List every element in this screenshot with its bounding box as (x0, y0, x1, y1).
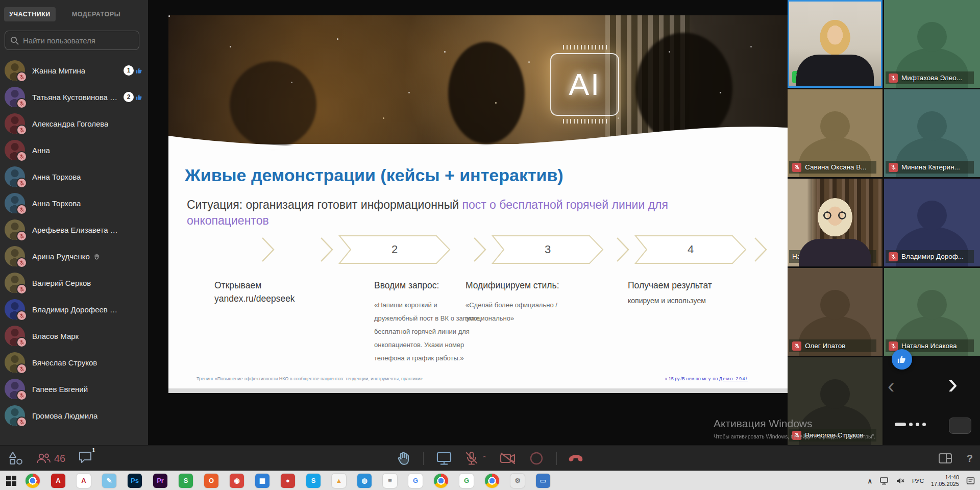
search-box[interactable] (5, 31, 139, 50)
screen-share-badge (792, 71, 807, 83)
participant-name: Владимир Дорофеев Н.Новгород (32, 305, 121, 314)
taskbar-app-icon[interactable]: ● (281, 474, 295, 488)
chat-button[interactable]: 1 (78, 450, 93, 467)
thumb-reaction-bubble[interactable] (892, 349, 912, 370)
video-tile[interactable]: Олег Ипатов (788, 268, 883, 356)
silhouette-head (820, 111, 850, 141)
layout-shapes-icon[interactable] (8, 451, 23, 465)
taskbar-app-icon[interactable]: S (179, 474, 193, 488)
participant-row[interactable]: Арефьева Елизавета Уфа (0, 216, 148, 243)
taskbar-app-icon[interactable]: A (51, 474, 65, 488)
help-button[interactable]: ? (967, 453, 973, 464)
video-tile[interactable]: Минина Катерин... (884, 89, 980, 177)
mic-options-chevron[interactable]: ⌃ (482, 455, 487, 462)
taskbar-app-icon[interactable]: G (408, 474, 423, 488)
video-tile[interactable]: Наталья Шаталова (788, 179, 883, 266)
raise-hand-button[interactable] (396, 451, 411, 466)
taskbar-app-icon[interactable]: ≡ (383, 474, 397, 488)
taskbar-app-icon[interactable]: ▦ (255, 474, 270, 488)
avatar (5, 60, 25, 81)
participant-row[interactable]: Власов Марк (0, 323, 148, 349)
footer-right-link[interactable]: Демо-294/ (719, 376, 748, 381)
page-indicator-dots[interactable] (895, 423, 926, 426)
participant-row[interactable]: Валерий Серков (0, 270, 148, 296)
slide-step-column: Получаем результат копируем и используем (628, 279, 755, 305)
participant-count[interactable]: 46 (36, 452, 65, 464)
tab-participants[interactable]: УЧАСТНИКИ (4, 7, 56, 21)
participant-row[interactable]: Владимир Дорофеев Н.Новгород (0, 296, 148, 323)
tile-name-label: Владимир Дороф... (886, 250, 974, 263)
tab-moderators[interactable]: МОДЕРАТОРЫ (67, 7, 126, 21)
taskbar-app-icon[interactable] (434, 474, 448, 488)
tile-name-label: Минина Катерин... (886, 161, 974, 174)
grid-view-icon[interactable] (938, 452, 952, 464)
video-tile[interactable]: Вячеслав Струков (788, 357, 883, 445)
participant-row[interactable]: Вячеслав Струков (0, 349, 148, 376)
screen-share-button[interactable] (436, 451, 452, 466)
participant-name: Анна Торхова (32, 199, 81, 208)
taskbar-app-icon[interactable]: ◉ (230, 474, 244, 488)
video-tile[interactable]: Наталья Семенова (788, 0, 883, 88)
thumb-count-badge: 2 (124, 92, 143, 102)
tray-network-icon[interactable] (879, 477, 889, 485)
step-band: 2 (319, 234, 452, 265)
ai-chip-graphic: AI (550, 53, 619, 116)
tile-name-label: Савина Оксана В... (789, 161, 876, 174)
video-tile[interactable]: Наталья Исакова (884, 268, 980, 356)
start-button[interactable] (6, 476, 16, 486)
participant-row[interactable]: Громова Людмила (0, 402, 148, 429)
notification-center-icon[interactable] (966, 477, 975, 485)
slide-wave-divider (168, 116, 788, 150)
silhouette-head (917, 290, 947, 320)
participant-row[interactable]: Анна Торхова (0, 163, 148, 190)
participant-row[interactable]: Татьяна Кустовинова Вор... 2 (0, 84, 148, 110)
participant-name: Громова Людмила (32, 411, 97, 420)
taskbar-app-icon[interactable]: Pr (153, 474, 167, 488)
taskbar-app-icon[interactable]: G (459, 474, 474, 488)
step-number: 4 (635, 234, 746, 265)
mic-muted-icon (889, 341, 898, 351)
taskbar-app-icon[interactable]: A (77, 474, 91, 488)
taskbar-app-icon[interactable]: ▲ (332, 474, 346, 488)
leave-call-button[interactable] (569, 451, 584, 466)
microphone-muted-button[interactable] (464, 451, 479, 466)
slide-step-column: Открываем yandex.ru/deepseek (214, 279, 334, 305)
taskbar-app-icon[interactable] (26, 474, 40, 488)
avatar (5, 113, 25, 134)
video-tile[interactable]: Мифтахова Элео... (884, 0, 980, 88)
tray-volume-muted-icon[interactable] (896, 477, 905, 485)
tile-participant-name: Савина Оксана В... (805, 163, 867, 171)
participant-row[interactable]: Анна Торхова (0, 190, 148, 216)
taskbar-app-icon[interactable]: ◍ (357, 474, 372, 488)
language-indicator[interactable]: РУС (912, 478, 924, 484)
taskbar-app-icon[interactable]: ✎ (102, 474, 116, 488)
video-tile[interactable]: Владимир Дороф... (884, 179, 980, 266)
participant-row[interactable]: Жанна Митина 1 (0, 57, 148, 84)
participant-row[interactable]: Александра Гоголева (0, 110, 148, 137)
taskbar-app-icon[interactable]: S (306, 474, 321, 488)
prev-page-arrow[interactable]: ‹ (888, 376, 894, 396)
participant-row[interactable]: Гапеев Евгений (0, 376, 148, 402)
people-icon (36, 452, 51, 464)
taskbar-app-icon[interactable]: O (204, 474, 218, 488)
avatar (5, 299, 25, 320)
tray-expand-icon[interactable]: ∧ (867, 477, 872, 485)
silhouette-head (917, 22, 947, 52)
mic-muted-icon (889, 252, 898, 261)
taskbar-app-icon[interactable]: ⚙ (510, 474, 525, 488)
taskbar-app-icon[interactable]: Ps (128, 474, 142, 488)
video-tile[interactable]: Савина Оксана В... (788, 89, 883, 177)
taskbar-clock[interactable]: 14:40 17.05.2025 (931, 474, 959, 487)
view-toggle-button[interactable] (949, 418, 971, 434)
participant-row[interactable]: Арина Рудченко (0, 243, 148, 270)
search-input[interactable] (23, 36, 134, 45)
taskbar-app-icon[interactable]: ▭ (536, 474, 550, 488)
next-page-arrow[interactable]: › (948, 369, 958, 398)
tile-name-label: Мифтахова Элео... (886, 71, 974, 84)
taskbar-app-icon[interactable] (485, 474, 499, 488)
webinar-app-window: УЧАСТНИКИ МОДЕРАТОРЫ Жанна Митина (0, 0, 980, 490)
record-button[interactable] (529, 451, 544, 466)
camera-muted-button[interactable] (499, 451, 517, 465)
tile-participant-name: Наталья Семенова (804, 75, 866, 83)
participant-row[interactable]: Анна (0, 137, 148, 163)
